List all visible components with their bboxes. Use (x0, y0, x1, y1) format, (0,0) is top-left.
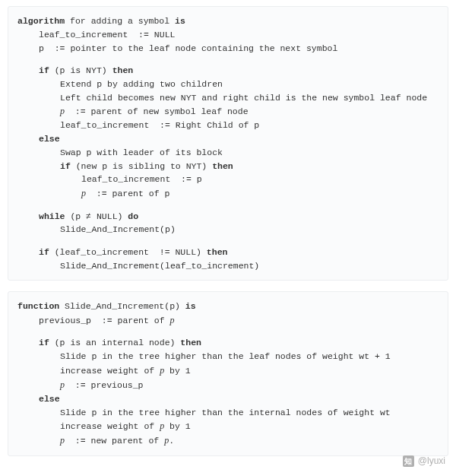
kw-if: if (39, 65, 49, 75)
fn-p-prev: p := previous_p (17, 378, 439, 392)
if3-cond: (leaf_to_increment != NULL) (49, 247, 207, 257)
kw-is: is (175, 16, 185, 26)
if2-cond: (new p is sibling to NYT) (71, 161, 212, 171)
alg-leaf-rc: leaf_to_increment := Right Child of p (17, 119, 439, 132)
kw-while: while (39, 211, 65, 221)
fn-slide-int: Slide p in the tree higher than the inte… (17, 406, 439, 420)
kw-do: do (128, 211, 138, 221)
blank-line (17, 236, 439, 246)
kw-then: then (112, 65, 134, 75)
var-p: p (170, 315, 175, 325)
kw-then: then (207, 247, 228, 257)
fn-else: else (17, 392, 439, 406)
fn-p-newparent-pre: := new parent of (65, 436, 164, 446)
zhihu-logo-icon: 知 (403, 455, 414, 467)
alg-if-nyt: if (p is NYT) then (17, 64, 439, 78)
kw-if: if (39, 338, 49, 347)
alg-leaf-p: leaf_to_increment := p (17, 173, 439, 186)
kw-then: then (212, 161, 233, 171)
kw-is: is (185, 301, 196, 311)
fn-inc-post: by 1 (164, 366, 191, 376)
alg-while: while (p ≠ NULL) do (17, 210, 439, 224)
fn-if: if (p is an internal node) then (17, 336, 439, 350)
p-parent-rest: := parent of p (86, 189, 169, 198)
alg-if-leaf: if (leaf_to_increment != NULL) then (17, 246, 439, 259)
alg-p-parent: p := parent of p (17, 186, 439, 201)
blank-line (17, 328, 439, 337)
function-block: function Slide_And_Increment(p) is previ… (8, 291, 448, 456)
alg-p-assign: p := parent of new symbol leaf node (17, 104, 439, 119)
blank-line (17, 201, 439, 210)
fn-inc2-post: by 1 (164, 421, 191, 431)
fn-inc-pre: increase weight of (60, 366, 160, 376)
blank-line (17, 55, 439, 64)
alg-slide-p: Slide_And_Increment(p) (17, 223, 439, 236)
alg-extend: Extend p by adding two children (17, 78, 439, 91)
fn-if-cond: (p is an internal node) (49, 338, 181, 347)
fn-inc2-pre: increase weight of (60, 421, 160, 431)
alg-children: Left child becomes new NYT and right chi… (17, 91, 439, 105)
p-assign-rest: := parent of new symbol leaf node (65, 106, 249, 116)
watermark-text: @lyuxi (418, 454, 445, 468)
fn-header: function Slide_And_Increment(p) is (17, 300, 439, 313)
fn-p-newparent-post: . (169, 436, 174, 446)
algorithm-block: algorithm for adding a symbol is leaf_to… (8, 6, 448, 281)
fn-prev-pre: previous_p := parent of (39, 316, 170, 325)
fn-p-prev-rest: := previous_p (65, 380, 144, 390)
alg-else: else (17, 132, 439, 146)
fn-prev: previous_p := parent of p (17, 313, 439, 328)
fn-inc: increase weight of p by 1 (17, 363, 439, 378)
alg-init-p: p := pointer to the leaf node containing… (17, 42, 439, 56)
if-cond: (p is NYT) (49, 65, 112, 75)
alg-slide-leaf: Slide_And_Increment(leaf_to_increment) (17, 259, 439, 273)
kw-function: function (17, 301, 59, 311)
alg-if-sibling: if (new p is sibling to NYT) then (17, 160, 439, 173)
alg-header: algorithm for adding a symbol is (17, 14, 439, 28)
kw-else: else (39, 134, 60, 144)
kw-if: if (60, 161, 71, 171)
kw-else: else (39, 394, 60, 404)
kw-then: then (180, 338, 201, 347)
alg-swap: Swap p with leader of its block (17, 146, 439, 160)
while-cond: (p ≠ NULL) (65, 211, 128, 221)
alg-init-leaf: leaf_to_increment := NULL (17, 28, 439, 42)
kw-if: if (39, 247, 49, 257)
fn-p-newparent: p := new parent of p. (17, 433, 439, 448)
fn-header-text: Slide_And_Increment(p) (59, 301, 185, 311)
fn-inc2: increase weight of p by 1 (17, 419, 439, 433)
fn-slide-leaf: Slide p in the tree higher than the leaf… (17, 350, 439, 363)
watermark: 知 @lyuxi (403, 454, 445, 468)
alg-header-text: for adding a symbol (65, 16, 175, 26)
kw-algorithm: algorithm (17, 16, 65, 26)
